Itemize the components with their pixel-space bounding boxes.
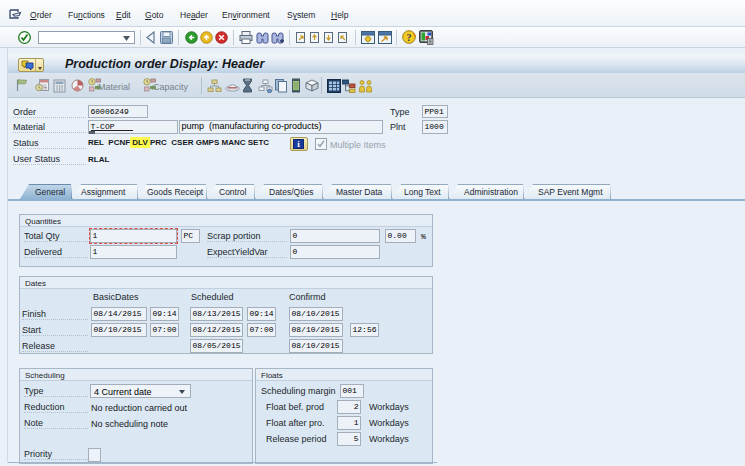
svg-text:?: ? (44, 86, 47, 92)
svg-text:?: ? (407, 32, 412, 43)
